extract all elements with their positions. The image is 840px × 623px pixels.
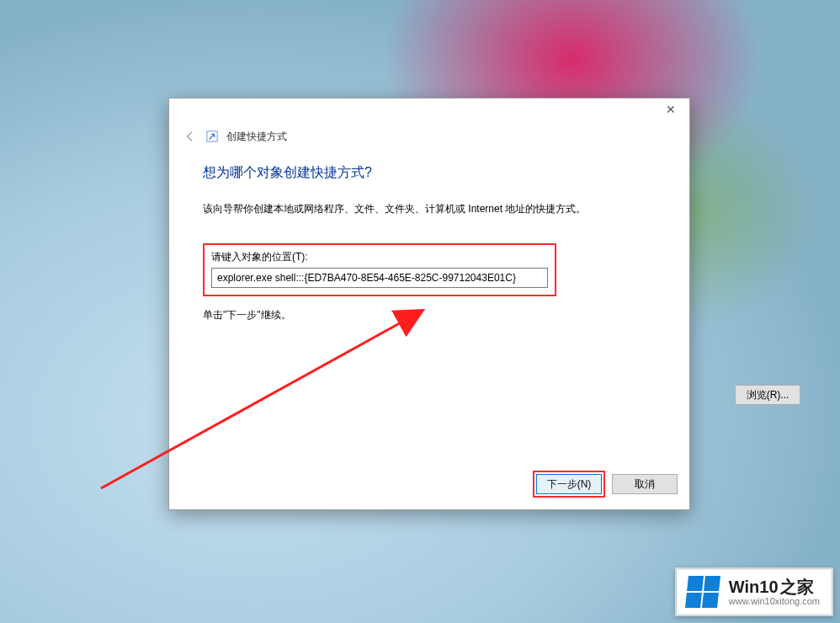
watermark-url: www.win10xitong.com	[729, 596, 820, 606]
watermark-text: Win10之家 www.win10xitong.com	[729, 578, 820, 606]
watermark-brand-cn: 之家	[780, 578, 814, 596]
location-input[interactable]	[211, 268, 548, 288]
dialog-header: 创建快捷方式	[169, 122, 689, 144]
watermark-card: Win10之家 www.win10xitong.com	[675, 567, 833, 616]
dialog-footer: 下一步(N) 取消	[533, 471, 678, 498]
window-title: 创建快捷方式	[226, 130, 287, 144]
location-group-highlight: 请键入对象的位置(T):	[203, 243, 556, 296]
next-step-hint: 单击"下一步"继续。	[203, 308, 656, 322]
location-label: 请键入对象的位置(T):	[211, 250, 548, 264]
close-icon: ✕	[666, 103, 676, 116]
arrow-left-icon	[183, 130, 197, 143]
wizard-description: 该向导帮你创建本地或网络程序、文件、文件夹、计算机或 Internet 地址的快…	[203, 202, 656, 216]
next-button[interactable]: 下一步(N)	[536, 474, 602, 494]
cancel-button[interactable]: 取消	[612, 474, 678, 494]
browse-button[interactable]: 浏览(R)...	[735, 385, 800, 405]
close-button[interactable]: ✕	[654, 100, 688, 119]
back-button[interactable]	[183, 129, 198, 144]
shortcut-icon	[206, 130, 218, 142]
desktop-background: ✕ 创建快捷方式 想为哪个对象创建快捷方式? 该向导帮你创建本地或网络程序、文件…	[0, 0, 840, 623]
create-shortcut-dialog: ✕ 创建快捷方式 想为哪个对象创建快捷方式? 该向导帮你创建本地或网络程序、文件…	[168, 98, 690, 510]
watermark-brand-en: Win10	[729, 578, 779, 596]
next-button-highlight: 下一步(N)	[533, 471, 605, 498]
wizard-heading: 想为哪个对象创建快捷方式?	[203, 164, 656, 182]
windows-logo-icon	[685, 576, 720, 608]
dialog-content: 想为哪个对象创建快捷方式? 该向导帮你创建本地或网络程序、文件、文件夹、计算机或…	[169, 144, 689, 322]
titlebar: ✕	[169, 99, 689, 122]
